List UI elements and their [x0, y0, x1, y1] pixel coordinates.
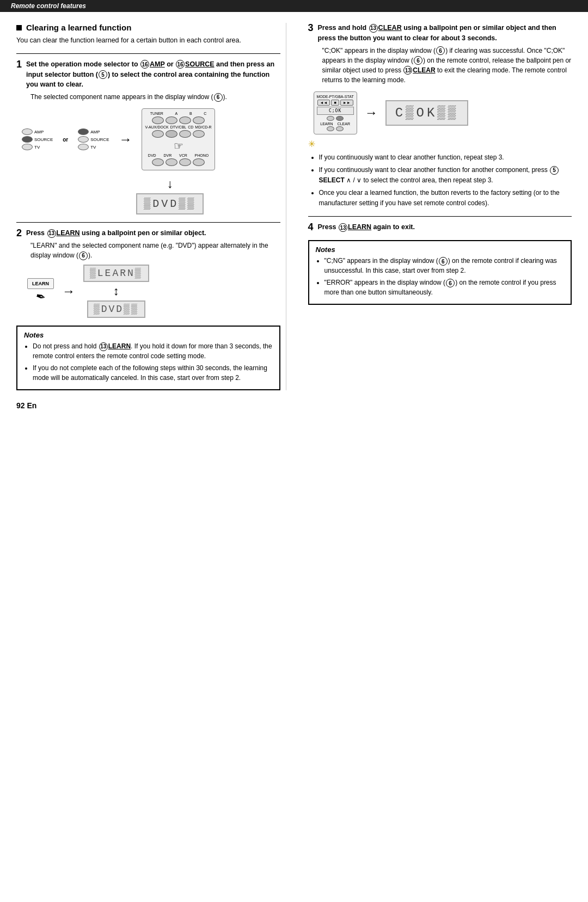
tip-item-2: If you continuously want to clear anothe…: [319, 165, 572, 186]
notes-box-2: Notes "C;NG" appears in the display wind…: [308, 240, 572, 305]
notes-2-list: "C;NG" appears in the display window (6)…: [316, 256, 565, 297]
notes-2-item-1: "C;NG" appears in the display window (6)…: [324, 256, 565, 275]
notes-1-item-2: If you do not complete each of the follo…: [33, 363, 273, 383]
step-1-desc: The selected component name appears in t…: [30, 92, 280, 102]
step-2-number: 2: [16, 228, 22, 238]
tips-list: If you continuously want to clear anothe…: [308, 152, 572, 209]
page-number: 92 En: [16, 401, 572, 410]
step-3-title: Press and hold 13CLEAR using a ballpoint…: [318, 23, 572, 44]
step-2-desc: "LEARN" and the selected component name …: [30, 241, 280, 260]
step-3: 3 Press and hold 13CLEAR using a ballpoi…: [308, 23, 572, 208]
step1-display: ▒DVD▒▒: [136, 193, 204, 214]
step-1-title: Set the operation mode selector to 16AMP…: [26, 59, 280, 90]
step-4-number: 4: [308, 222, 314, 232]
step-4: 4 Press 13LEARN again to exit.: [308, 222, 572, 232]
notes-1-list: Do not press and hold 13LEARN. If you ho…: [24, 341, 273, 383]
step-1-number: 1: [16, 59, 22, 69]
step-2: 2 Press 13LEARN using a ballpoint pen or…: [16, 228, 280, 318]
down-arrow-icon: ↓: [60, 177, 280, 191]
learn-pen-diagram: LEARN ✒ → ▒LEARN▒ ↕ ▒DVD▒▒: [27, 265, 280, 318]
section-description: You can clear the function learned for a…: [16, 35, 280, 46]
notes-box-1: Notes Do not press and hold 13LEARN. If …: [16, 326, 280, 390]
step-1: 1 Set the operation mode selector to 16A…: [16, 59, 280, 214]
cok-display: C▒OK▒▒: [385, 100, 468, 126]
notes-1-item-1: Do not press and hold 13LEARN. If you ho…: [33, 341, 273, 361]
header-bar: Remote control features: [0, 0, 588, 12]
arrow-icon-2: →: [62, 284, 75, 299]
step-4-title: Press 13LEARN again to exit.: [318, 222, 415, 232]
arrow-icon-3: →: [365, 105, 378, 120]
header-label: Remote control features: [11, 2, 86, 10]
notes-2-title: Notes: [316, 246, 565, 254]
step-3-number: 3: [308, 23, 314, 33]
step-2-title: Press 13LEARN using a ballpoint pen or s…: [26, 228, 206, 238]
clear-remote-panel: MODE-PT/GBA-STAT ◄◄ ■ ►► C;OK LEARN: [314, 91, 357, 134]
section-title: Clearing a learned function: [16, 23, 280, 32]
notes-1-title: Notes: [24, 331, 273, 339]
tip-star-area: ✳: [308, 139, 572, 149]
tip-star-icon: ✳: [308, 139, 315, 149]
title-square-icon: [16, 25, 22, 30]
tip-item-3: Once you clear a learned function, the b…: [319, 188, 572, 208]
notes-2-item-2: "ERROR" appears in the display window (6…: [324, 278, 565, 297]
learn-display-stack: ▒LEARN▒ ↕ ▒DVD▒▒: [83, 265, 149, 318]
learn-display-bottom: ▒DVD▒▒: [87, 300, 145, 318]
tip-item-1: If you continuously want to clear anothe…: [319, 152, 572, 163]
remote-panel-diagram: TUNER A B C V-AUX/DOCK: [142, 108, 215, 170]
learn-display-top: ▒LEARN▒: [83, 265, 149, 282]
arrow-icon-1: →: [119, 132, 132, 147]
step-3-desc: "C;OK" appears in the display window (6)…: [322, 46, 572, 85]
